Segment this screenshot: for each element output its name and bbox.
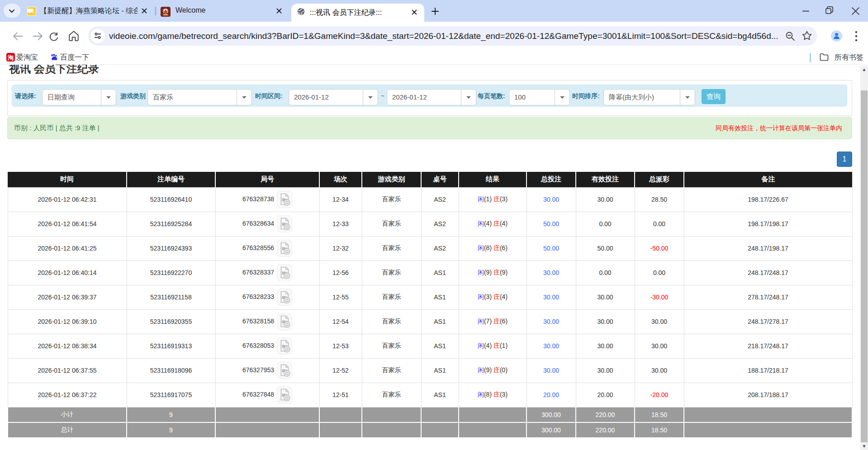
svg-text:淘: 淘 (7, 54, 14, 61)
